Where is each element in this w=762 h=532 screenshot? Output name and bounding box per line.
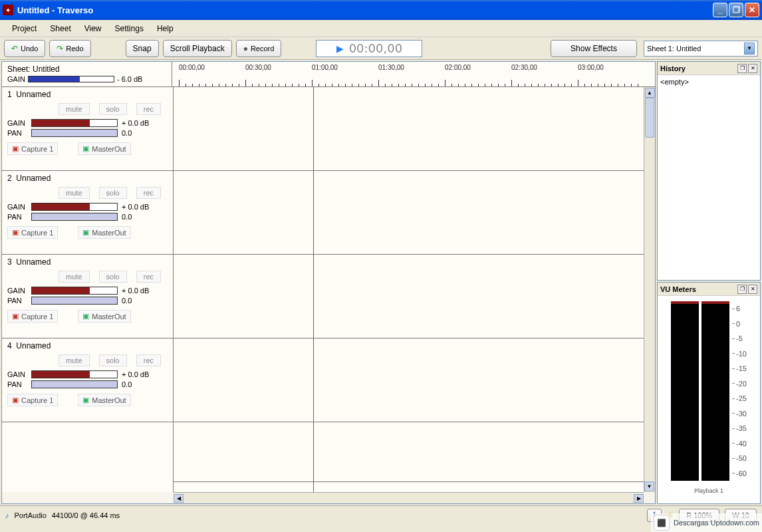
output-bus[interactable]: ▣MasterOut bbox=[78, 142, 130, 155]
track-name: 4 Unnamed bbox=[7, 341, 168, 350]
solo-button[interactable]: solo bbox=[99, 271, 127, 283]
panel-undock-icon[interactable]: ❐ bbox=[737, 64, 747, 73]
pan-value: 0.0 bbox=[122, 297, 132, 305]
track-lane[interactable] bbox=[174, 338, 644, 422]
menu-sheet[interactable]: Sheet bbox=[43, 21, 77, 36]
pan-slider[interactable] bbox=[31, 129, 118, 137]
input-bus[interactable]: ▣Capture 1 bbox=[7, 310, 58, 323]
menu-project[interactable]: Project bbox=[5, 21, 43, 36]
audio-driver: PortAudio bbox=[15, 511, 47, 519]
track-name: 2 Unnamed bbox=[7, 174, 168, 183]
sheet-gain-value: - 6.0 dB bbox=[117, 75, 143, 83]
sheet-selector-label: Sheet 1: Untitled bbox=[647, 45, 744, 53]
vu-scale-value: -5 bbox=[732, 331, 747, 346]
track-lane[interactable] bbox=[174, 255, 644, 338]
scroll-right-icon[interactable]: ▶ bbox=[634, 494, 644, 503]
timeline-ruler[interactable]: 00:00,0000:30,0001:00,0001:30,0002:00,00… bbox=[172, 62, 655, 86]
mute-button[interactable]: mute bbox=[59, 271, 89, 283]
snap-button[interactable]: Snap bbox=[126, 40, 159, 57]
watermark: ⬛ Descargas Uptodown.com bbox=[651, 513, 762, 532]
close-button[interactable]: ✕ bbox=[745, 3, 759, 17]
panel-close-icon[interactable]: ✕ bbox=[748, 285, 757, 294]
vu-scale-value: -40 bbox=[732, 436, 747, 451]
minimize-button[interactable]: _ bbox=[713, 3, 727, 17]
horizontal-scrollbar[interactable]: ◀ ▶ bbox=[174, 492, 644, 503]
sheet-gain-slider[interactable] bbox=[28, 76, 114, 82]
history-body: <empty> bbox=[658, 75, 760, 280]
history-title: History bbox=[660, 65, 736, 72]
sheet-header: Sheet: Untitled GAIN - 6.0 dB 00:00,0000… bbox=[2, 62, 655, 87]
audio-icon: ♪ bbox=[5, 511, 9, 519]
panel-close-icon[interactable]: ✕ bbox=[748, 64, 757, 73]
main-area: Sheet: Untitled GAIN - 6.0 dB 00:00,0000… bbox=[1, 61, 656, 504]
output-icon: ▣ bbox=[82, 144, 89, 153]
menu-view[interactable]: View bbox=[78, 21, 108, 36]
pan-slider[interactable] bbox=[31, 380, 118, 388]
menu-settings[interactable]: Settings bbox=[108, 21, 150, 36]
gain-slider[interactable] bbox=[31, 203, 118, 211]
scroll-up-icon[interactable]: ▲ bbox=[645, 88, 655, 98]
track-lanes[interactable] bbox=[174, 87, 644, 492]
mute-button[interactable]: mute bbox=[59, 103, 89, 115]
titlebar: ✦ Untitled - Traverso _ ❐ ✕ bbox=[0, 0, 762, 20]
scroll-thumb[interactable] bbox=[645, 98, 654, 138]
timeline-tick-label: 02:30,00 bbox=[511, 64, 537, 71]
output-bus[interactable]: ▣MasterOut bbox=[78, 310, 130, 323]
uptodown-icon: ⬛ bbox=[654, 515, 670, 531]
gain-slider[interactable] bbox=[31, 119, 118, 127]
vu-scale-value: -25 bbox=[732, 391, 747, 406]
track-panel: 4 Unnamed mute solo rec GAIN + 0.0 dB PA… bbox=[2, 338, 173, 422]
vertical-scrollbar[interactable]: ▲ ▼ bbox=[644, 87, 655, 492]
undo-button[interactable]: ↶Undo bbox=[4, 40, 45, 57]
solo-button[interactable]: solo bbox=[99, 354, 127, 366]
rec-button[interactable]: rec bbox=[136, 354, 161, 366]
sheet-selector[interactable]: Sheet 1: Untitled ▼ bbox=[644, 41, 758, 57]
input-bus[interactable]: ▣Capture 1 bbox=[7, 142, 58, 155]
redo-icon: ↷ bbox=[57, 44, 63, 53]
show-effects-button[interactable]: Show Effects bbox=[551, 40, 637, 57]
scroll-left-icon[interactable]: ◀ bbox=[174, 494, 184, 503]
pan-value: 0.0 bbox=[122, 213, 132, 221]
input-bus[interactable]: ▣Capture 1 bbox=[7, 394, 58, 406]
gain-slider[interactable] bbox=[31, 370, 118, 378]
time-display[interactable]: ▶ 00:00,00 bbox=[316, 40, 422, 57]
undo-icon: ↶ bbox=[11, 44, 18, 53]
mute-button[interactable]: mute bbox=[59, 187, 89, 199]
track-lane[interactable] bbox=[174, 171, 644, 255]
solo-button[interactable]: solo bbox=[99, 187, 127, 199]
track-name: 1 Unnamed bbox=[7, 90, 168, 99]
timeline-tick-label: 01:30,00 bbox=[378, 64, 404, 71]
pan-slider[interactable] bbox=[31, 297, 118, 305]
track-lane[interactable] bbox=[174, 87, 644, 171]
rec-button[interactable]: rec bbox=[136, 103, 161, 115]
vu-scale-value: -20 bbox=[732, 376, 747, 391]
scroll-playback-button[interactable]: Scroll Playback bbox=[163, 40, 232, 57]
statusbar: ♪ PortAudio 44100/0 @ 46.44 ms ℹ ◉ R 100… bbox=[0, 505, 762, 524]
history-empty: <empty> bbox=[660, 78, 757, 86]
vu-scale-value: -50 bbox=[732, 451, 747, 466]
maximize-button[interactable]: ❐ bbox=[729, 3, 743, 17]
timeline-tick-label: 02:00,00 bbox=[445, 64, 471, 71]
menu-help[interactable]: Help bbox=[150, 21, 180, 36]
gain-label: GAIN bbox=[7, 119, 27, 127]
input-icon: ▣ bbox=[12, 396, 19, 404]
solo-button[interactable]: solo bbox=[99, 103, 127, 115]
output-icon: ▣ bbox=[82, 396, 89, 404]
playhead-marker[interactable] bbox=[313, 87, 314, 492]
output-bus[interactable]: ▣MasterOut bbox=[78, 394, 130, 406]
vu-scale-value: -10 bbox=[732, 346, 747, 361]
vu-meter-right bbox=[701, 301, 729, 481]
gain-slider[interactable] bbox=[31, 287, 118, 295]
rec-button[interactable]: rec bbox=[136, 271, 161, 283]
pan-value: 0.0 bbox=[122, 380, 132, 388]
scroll-down-icon[interactable]: ▼ bbox=[644, 481, 654, 491]
track-name: 3 Unnamed bbox=[7, 257, 168, 267]
record-button[interactable]: ●Record bbox=[236, 40, 282, 57]
redo-button[interactable]: ↷Redo bbox=[49, 40, 90, 57]
output-bus[interactable]: ▣MasterOut bbox=[78, 226, 130, 239]
rec-button[interactable]: rec bbox=[136, 187, 161, 199]
panel-undock-icon[interactable]: ❐ bbox=[737, 285, 747, 294]
pan-slider[interactable] bbox=[31, 213, 118, 221]
input-bus[interactable]: ▣Capture 1 bbox=[7, 226, 58, 239]
mute-button[interactable]: mute bbox=[59, 354, 89, 366]
